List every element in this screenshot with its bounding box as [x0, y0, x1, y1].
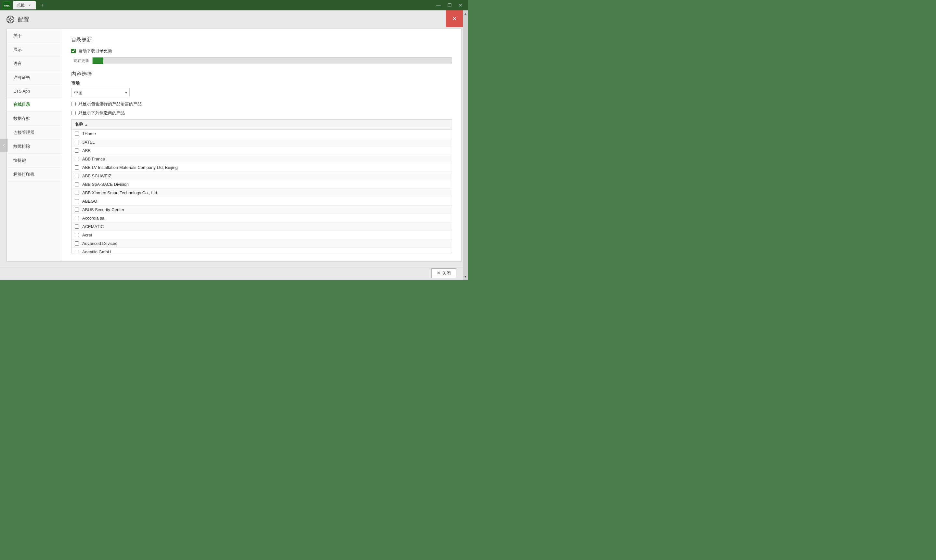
list-item[interactable]: Acrel [71, 231, 452, 239]
progress-label: 现在更新 [71, 58, 89, 64]
manufacturer-checkbox[interactable] [75, 140, 79, 144]
auto-download-row: 自动下载目录更新 [71, 48, 452, 54]
sidebar: 关于 展示 语言 许可证书 ETS App 在线目录 数据存贮 连接管理器 故障… [7, 29, 62, 261]
sidebar-item-ets-app[interactable]: ETS App [7, 85, 62, 98]
list-item[interactable]: 3ATEL [71, 138, 452, 146]
settings-content: 目录更新 自动下载目录更新 现在更新 内容选择 市场 [62, 29, 461, 261]
manufacturer-name: ACEMATIC [82, 224, 104, 229]
filter2-checkbox[interactable] [71, 111, 76, 115]
list-item[interactable]: ABB Xiamen Smart Technology Co., Ltd. [71, 189, 452, 197]
market-select[interactable]: 中国 全球 欧洲 亚洲 [71, 88, 130, 97]
manufacturer-checkbox[interactable] [75, 216, 79, 220]
filter2-label: 只显示下列制造商的产品 [78, 110, 125, 116]
right-scrollbar[interactable]: ▲ ▼ [463, 11, 468, 280]
filter1-label: 只显示包含选择的产品语言的产品 [78, 101, 142, 107]
manufacturer-checkbox[interactable] [75, 191, 79, 195]
settings-layout: 关于 展示 语言 许可证书 ETS App 在线目录 数据存贮 连接管理器 故障… [6, 29, 461, 262]
sidebar-item-online-catalog[interactable]: 在线目录 [7, 98, 62, 112]
add-tab-button[interactable]: + [39, 1, 46, 9]
window-controls: — ❐ ✕ [433, 2, 466, 9]
sidebar-item-shortcuts[interactable]: 快捷键 [7, 154, 62, 168]
manufacturer-checkbox[interactable] [75, 242, 79, 246]
progress-bar-fill [93, 57, 103, 64]
filter1-row: 只显示包含选择的产品语言的产品 [71, 101, 452, 107]
sidebar-item-language[interactable]: 语言 [7, 57, 62, 71]
sidebar-item-display[interactable]: 展示 [7, 43, 62, 57]
svg-point-2 [9, 18, 11, 20]
page-title-row: 配置 [6, 15, 461, 23]
restore-button[interactable]: ❐ [445, 2, 454, 9]
list-header-name: 名称 [75, 122, 83, 127]
manufacturer-checkbox[interactable] [75, 174, 79, 178]
gear-icon [6, 15, 14, 23]
sidebar-item-troubleshoot[interactable]: 故障排除 [7, 140, 62, 154]
scroll-up-arrow[interactable]: ▲ [463, 11, 468, 17]
manufacturer-name: 3ATEL [82, 140, 95, 145]
tab-overview[interactable]: 总揽 × [13, 1, 36, 9]
list-item[interactable]: ABB [71, 146, 452, 155]
list-item[interactable]: 1Home [71, 129, 452, 138]
manufacturer-list-container: 名称 ▲ 1Home3ATELABBABB FranceABB LV Insta… [71, 119, 452, 253]
list-item[interactable]: Advanced Devices [71, 239, 452, 248]
manufacturer-checkbox[interactable] [75, 182, 79, 186]
sidebar-item-data-storage[interactable]: 数据存贮 [7, 112, 62, 126]
close-tab-icon[interactable]: × [27, 3, 32, 8]
manufacturer-checkbox[interactable] [75, 225, 79, 229]
sidebar-item-license[interactable]: 许可证书 [7, 71, 62, 85]
sidebar-item-label-printer[interactable]: 标签打印机 [7, 168, 62, 182]
list-item[interactable]: ABB LV Installation Materials Company Lt… [71, 163, 452, 172]
manufacturer-name: Advanced Devices [82, 241, 117, 246]
close-button-bottom[interactable]: ✕ 关闭 [431, 268, 456, 278]
auto-download-checkbox[interactable] [71, 49, 76, 53]
list-item[interactable]: ACEMATIC [71, 223, 452, 231]
manufacturer-checkbox[interactable] [75, 165, 79, 169]
manufacturer-name: ABB Xiamen Smart Technology Co., Ltd. [82, 190, 158, 195]
knx-logo: KNX [3, 1, 11, 9]
manufacturer-checkbox[interactable] [75, 132, 79, 136]
list-item[interactable]: Accordia sa [71, 214, 452, 223]
close-window-button[interactable]: ✕ [456, 2, 466, 9]
manufacturer-checkbox[interactable] [75, 148, 79, 153]
manufacturer-name: ABB LV Installation Materials Company Lt… [82, 165, 178, 170]
manufacturer-list-scroll[interactable]: 1Home3ATELABBABB FranceABB LV Installati… [71, 129, 452, 253]
sidebar-item-about[interactable]: 关于 [7, 29, 62, 43]
manufacturer-name: Acrel [82, 232, 92, 237]
settings-page: 配置 关于 展示 语言 许可证书 ETS App 在线目录 数据存贮 连接管理器… [0, 11, 468, 280]
list-item[interactable]: ABB France [71, 155, 452, 163]
main-area: ‹ ✕ 配置 关于 展示 语言 许可证书 ETS App [0, 11, 468, 280]
bottom-bar: ✕ 关闭 [0, 266, 463, 280]
progress-container: 现在更新 [71, 57, 452, 64]
sort-arrow-icon: ▲ [85, 123, 88, 126]
manufacturer-name: 1Home [82, 131, 96, 136]
market-label: 市场 [71, 80, 452, 86]
list-item[interactable]: ABB SpA-SACE Division [71, 180, 452, 189]
manufacturer-checkbox[interactable] [75, 250, 79, 253]
tab-label: 总揽 [17, 3, 25, 8]
manufacturer-checkbox[interactable] [75, 157, 79, 161]
manufacturer-name: ABB SCHWEIZ [82, 174, 111, 178]
list-item[interactable]: ABB SCHWEIZ [71, 172, 452, 180]
title-bar: KNX 总揽 × + — ❐ ✕ [0, 0, 468, 11]
manufacturer-name: ABUS Security-Center [82, 207, 124, 212]
auto-download-label: 自动下载目录更新 [78, 48, 112, 54]
filter1-checkbox[interactable] [71, 102, 76, 106]
close-bottom-label: 关闭 [442, 270, 451, 276]
manufacturer-checkbox[interactable] [75, 199, 79, 203]
modal-close-icon: ✕ [452, 15, 457, 22]
minimize-button[interactable]: — [433, 2, 443, 9]
progress-bar-background [92, 57, 452, 64]
catalog-section-title: 目录更新 [71, 37, 452, 43]
list-item[interactable]: Agentilo GmbH [71, 248, 452, 253]
page-title: 配置 [17, 15, 29, 23]
back-arrow-button[interactable]: ‹ [0, 139, 8, 152]
manufacturer-name: ABB SpA-SACE Division [82, 182, 129, 187]
manufacturer-name: ABEGO [82, 199, 97, 204]
manufacturer-checkbox[interactable] [75, 233, 79, 237]
list-item[interactable]: ABEGO [71, 197, 452, 206]
manufacturer-name: ABB France [82, 157, 105, 162]
list-item[interactable]: ABUS Security-Center [71, 206, 452, 214]
sidebar-item-connection-manager[interactable]: 连接管理器 [7, 126, 62, 140]
scroll-down-arrow[interactable]: ▼ [463, 274, 468, 280]
manufacturer-checkbox[interactable] [75, 208, 79, 212]
modal-close-button[interactable]: ✕ [446, 11, 463, 27]
